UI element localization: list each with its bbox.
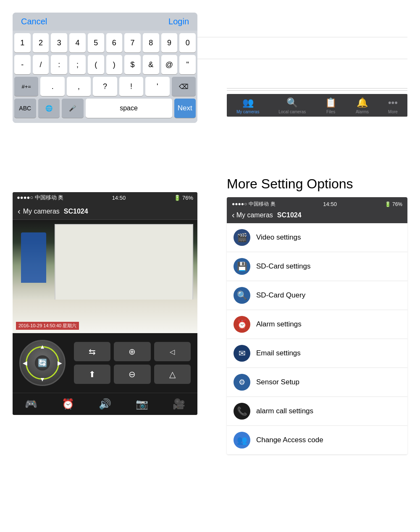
- camera-feed: 2016-10-29 14:50:40 星期六: [13, 220, 197, 333]
- key-amp[interactable]: &: [143, 55, 159, 74]
- sdcard-settings-label: SD-Card settings: [256, 262, 310, 271]
- ctrl-send[interactable]: ◁: [154, 342, 191, 361]
- bottom-photo-btn[interactable]: 📷: [136, 398, 148, 410]
- key-backspace[interactable]: ⌫: [172, 77, 196, 96]
- back-chevron[interactable]: ‹: [232, 210, 235, 220]
- key-question[interactable]: ?: [93, 77, 117, 96]
- joystick-left[interactable]: ◀: [23, 360, 27, 366]
- key-mic[interactable]: 🎤: [62, 99, 84, 118]
- key-8[interactable]: 8: [143, 33, 159, 52]
- ctrl-up[interactable]: ⬆: [74, 365, 110, 384]
- settings-item-email[interactable]: ✉ Email settings: [227, 339, 407, 368]
- key-7[interactable]: 7: [124, 33, 141, 52]
- key-next[interactable]: Next: [174, 99, 196, 118]
- ctrl-swap[interactable]: ⇆: [74, 342, 110, 361]
- tab-my-cameras[interactable]: 👥 My cameras: [236, 97, 259, 114]
- settings-list: 🎬 Video settings 💾 SD-Card settings 🔍 SD…: [227, 223, 407, 454]
- key-6[interactable]: 6: [106, 33, 123, 52]
- settings-item-sensor[interactable]: ⚙ Sensor Setup: [227, 368, 407, 397]
- settings-item-access-code[interactable]: 👥 Change Access code: [227, 426, 407, 454]
- files-icon: 📋: [325, 97, 336, 108]
- key-dollar[interactable]: $: [124, 55, 141, 74]
- ctrl-zoom-in[interactable]: ⊕: [114, 342, 150, 361]
- key-3[interactable]: 3: [51, 33, 67, 52]
- key-abc[interactable]: ABC: [14, 99, 36, 118]
- cam-back-chevron[interactable]: ‹: [18, 206, 21, 216]
- key-period[interactable]: .: [40, 77, 64, 96]
- tab-local-cameras-label: Local cameras: [278, 110, 306, 114]
- tab-local-cameras[interactable]: 🔍 Local cameras: [278, 97, 306, 114]
- control-buttons: ⇆ ⊕ ◁ ⬆ ⊖ △: [74, 342, 191, 384]
- email-settings-label: Email settings: [256, 349, 301, 357]
- camera-status-bar: ●●●●○ 中国移动 奥 14:50 🔋 76%: [13, 192, 197, 203]
- tab-more-label: More: [388, 110, 398, 114]
- ctrl-zoom-out[interactable]: ⊖: [114, 365, 150, 384]
- more-icon: •••: [388, 97, 398, 108]
- battery-label: 🔋 76%: [385, 201, 402, 207]
- settings-status-bar: ●●●●○ 中国移动 奥 14:50 🔋 76%: [232, 201, 402, 208]
- settings-status-left: ●●●●○ 中国移动 奥: [232, 201, 276, 208]
- settings-nav: ‹ My cameras SC1024: [232, 210, 402, 220]
- key-dash[interactable]: -: [14, 55, 31, 74]
- key-apostrophe[interactable]: ': [145, 77, 169, 96]
- settings-item-video[interactable]: 🎬 Video settings: [227, 223, 407, 252]
- key-4[interactable]: 4: [69, 33, 86, 52]
- key-at[interactable]: @: [161, 55, 178, 74]
- key-0[interactable]: 0: [179, 33, 196, 52]
- tab-alarms[interactable]: 🔔 Alarms: [356, 97, 369, 114]
- key-exclaim[interactable]: !: [119, 77, 143, 96]
- login-button[interactable]: Login: [168, 17, 189, 26]
- person-in-feed: [21, 232, 46, 283]
- key-slash[interactable]: /: [33, 55, 49, 74]
- key-space[interactable]: space: [86, 99, 172, 118]
- cam-camera-name: SC1024: [64, 208, 88, 215]
- key-2[interactable]: 2: [33, 33, 49, 52]
- joystick-down[interactable]: ▼: [39, 376, 45, 383]
- key-open-paren[interactable]: (: [88, 55, 104, 74]
- joystick[interactable]: ▲ ▼ ◀ ▶ 🔄: [19, 340, 66, 386]
- tab-alarms-label: Alarms: [356, 110, 369, 114]
- key-5[interactable]: 5: [88, 33, 104, 52]
- cancel-button[interactable]: Cancel: [21, 17, 47, 26]
- settings-item-alarm[interactable]: ⏰ Alarm settings: [227, 310, 407, 339]
- bottom-alarm-btn[interactable]: ⏰: [62, 398, 74, 410]
- my-cameras-icon: 👥: [242, 97, 254, 108]
- tab-files[interactable]: 📋 Files: [325, 97, 336, 114]
- wifi-icon: 奥: [270, 201, 276, 208]
- ctrl-flag[interactable]: △: [154, 365, 191, 384]
- joystick-arrows: ▲ ▼ ◀ ▶: [21, 341, 64, 385]
- key-comma[interactable]: ,: [67, 77, 91, 96]
- sdcard-settings-icon: 💾: [234, 258, 250, 275]
- more-settings-title: More Setting Options: [227, 176, 353, 192]
- key-quote[interactable]: ": [179, 55, 196, 74]
- tab-more[interactable]: ••• More: [388, 97, 398, 114]
- email-settings-icon: ✉: [234, 345, 250, 362]
- bottom-settings-btn[interactable]: 🎮: [25, 398, 37, 410]
- carrier-label: ●●●●○ 中国移动: [232, 201, 269, 208]
- alarm-call-icon: 📞: [234, 403, 250, 420]
- time-label: 14:50: [323, 201, 337, 207]
- cam-battery: 🔋 76%: [174, 195, 193, 201]
- keyboard-toolbar: Cancel Login: [13, 13, 197, 31]
- settings-item-sdcard-query[interactable]: 🔍 SD-Card Query: [227, 281, 407, 310]
- keyboard-rows: 1 2 3 4 5 6 7 8 9 0 - / : ; ( ) $ & @ " …: [13, 31, 197, 123]
- bottom-audio-btn[interactable]: 🔊: [99, 398, 111, 410]
- camera-panel: ●●●●○ 中国移动 奥 14:50 🔋 76% ‹ My cameras SC…: [13, 192, 197, 415]
- key-close-paren[interactable]: ): [106, 55, 123, 74]
- settings-item-alarm-call[interactable]: 📞 alarm call settings: [227, 397, 407, 426]
- access-code-icon: 👥: [234, 432, 250, 449]
- joystick-up[interactable]: ▲: [39, 343, 45, 350]
- key-1[interactable]: 1: [14, 33, 31, 52]
- key-9[interactable]: 9: [161, 33, 178, 52]
- cam-back-label[interactable]: My cameras: [23, 208, 60, 215]
- video-settings-label: Video settings: [256, 233, 301, 242]
- bottom-video-btn[interactable]: 🎥: [173, 398, 185, 410]
- key-colon[interactable]: :: [51, 55, 67, 74]
- key-hashtag[interactable]: #+=: [14, 77, 38, 96]
- joystick-right[interactable]: ▶: [58, 360, 62, 366]
- key-semicolon[interactable]: ;: [69, 55, 86, 74]
- settings-item-sdcard[interactable]: 💾 SD-Card settings: [227, 252, 407, 281]
- back-cameras-label[interactable]: My cameras: [236, 211, 273, 219]
- tab-bar-line-2: [227, 90, 407, 91]
- key-globe[interactable]: 🌐: [38, 99, 60, 118]
